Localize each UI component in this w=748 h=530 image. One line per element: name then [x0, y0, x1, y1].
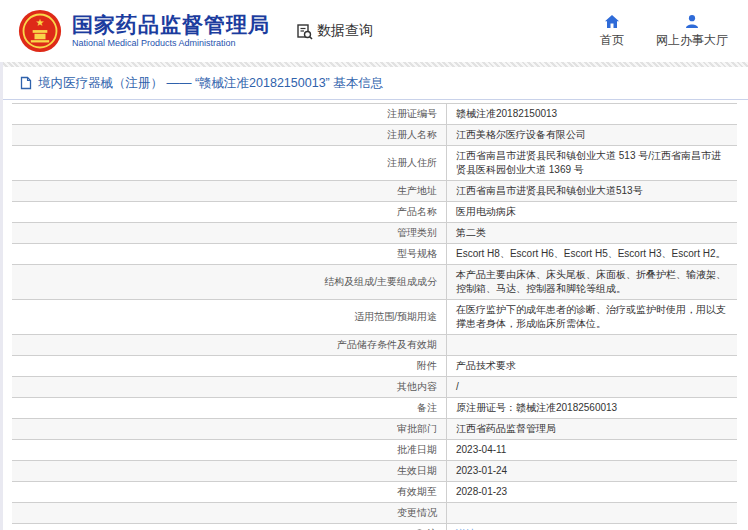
nav-item-service-hall[interactable]: 网上办事大厅 [656, 14, 728, 49]
nav-service-hall-label: 网上办事大厅 [656, 32, 728, 49]
person-icon [684, 14, 700, 29]
site-subtitle: National Medical Products Administration [72, 37, 270, 49]
table-row: 注详情 [12, 524, 737, 530]
data-query-label: 数据查询 [317, 22, 373, 40]
row-value: 赣械注准20182150013 [446, 104, 737, 124]
row-label: 生效日期 [12, 461, 446, 481]
row-value: 2023-04-11 [446, 440, 737, 460]
breadcrumb-text: 境内医疗器械（注册） —— “赣械注准20182150013” 基本信息 [38, 75, 383, 92]
row-value: 详情 [446, 524, 737, 530]
row-value: 产品技术要求 [446, 356, 737, 376]
row-value: 2028-01-23 [446, 482, 737, 502]
nav-home-label: 首页 [600, 32, 624, 49]
document-icon [20, 76, 32, 90]
table-row: 备注原注册证号：赣械注准20182560013 [12, 398, 737, 419]
row-label: 批准日期 [12, 440, 446, 460]
row-value: / [446, 377, 737, 397]
table-row: 其他内容/ [12, 377, 737, 398]
site-header: ★ 国家药品监督管理局 National Medical Products Ad… [0, 0, 748, 62]
row-label: 其他内容 [12, 377, 446, 397]
table-row: 附件产品技术要求 [12, 356, 737, 377]
doc-search-icon [296, 23, 313, 40]
table-row: 型号规格Escort H8、Escort H6、Escort H5、Escort… [12, 244, 737, 265]
row-value: 江西省药品监督管理局 [446, 419, 737, 439]
row-label: 有效期至 [12, 482, 446, 502]
table-row: 批准日期2023-04-11 [12, 440, 737, 461]
row-label: 注册证编号 [12, 104, 446, 124]
row-value: 原注册证号：赣械注准20182560013 [446, 398, 737, 418]
logo-text: 国家药品监督管理局 National Medical Products Admi… [72, 13, 270, 49]
table-row: 产品名称医用电动病床 [12, 202, 737, 223]
row-label: 产品名称 [12, 202, 446, 222]
row-label: 注册人名称 [12, 125, 446, 145]
table-row: 注册证编号赣械注准20182150013 [12, 104, 737, 125]
table-row: 适用范围/预期用途在医疗监护下的成年患者的诊断、治疗或监护时使用，用以支撑患者身… [12, 300, 737, 335]
row-value: 第二类 [446, 223, 737, 243]
row-label: 注册人住所 [12, 146, 446, 180]
row-value: 本产品主要由床体、床头尾板、床面板、折叠护栏、输液架、控制箱、马达、控制器和脚轮… [446, 265, 737, 299]
row-label: 结构及组成/主要组成成分 [12, 265, 446, 299]
row-label: 变更情况 [12, 503, 446, 523]
row-value: 在医疗监护下的成年患者的诊断、治疗或监护时使用，用以支撑患者身体，形成临床所需体… [446, 300, 737, 334]
row-label: 审批部门 [12, 419, 446, 439]
row-value: 医用电动病床 [446, 202, 737, 222]
row-label: 注 [12, 524, 446, 530]
breadcrumb: 境内医疗器械（注册） —— “赣械注准20182150013” 基本信息 [0, 67, 748, 100]
table-row: 生效日期2023-01-24 [12, 461, 737, 482]
row-label: 管理类别 [12, 223, 446, 243]
row-label: 产品储存条件及有效期 [12, 335, 446, 355]
nav-item-home[interactable]: 首页 [600, 14, 624, 49]
table-row: 产品储存条件及有效期 [12, 335, 737, 356]
svg-text:★: ★ [35, 17, 44, 28]
table-row: 变更情况 [12, 503, 737, 524]
home-icon [604, 14, 620, 29]
row-label: 备注 [12, 398, 446, 418]
row-value: 江西美格尔医疗设备有限公司 [446, 125, 737, 145]
row-value [446, 335, 737, 355]
row-value: 2023-01-24 [446, 461, 737, 481]
registration-info-table: 注册证编号赣械注准20182150013注册人名称江西美格尔医疗设备有限公司注册… [12, 103, 737, 530]
table-row: 管理类别第二类 [12, 223, 737, 244]
table-row: 注册人名称江西美格尔医疗设备有限公司 [12, 125, 737, 146]
row-label: 型号规格 [12, 244, 446, 264]
row-value: 江西省南昌市进贤县民和镇创业大道513号 [446, 181, 737, 201]
data-query-nav[interactable]: 数据查询 [296, 22, 373, 40]
table-row: 注册人住所江西省南昌市进贤县民和镇创业大道 513 号/江西省南昌市进贤县医科园… [12, 146, 737, 181]
top-nav: 首页 网上办事大厅 [600, 14, 734, 49]
site-title: 国家药品监督管理局 [72, 13, 270, 37]
left-edge-strip [0, 62, 3, 530]
table-row: 生产地址江西省南昌市进贤县民和镇创业大道513号 [12, 181, 737, 202]
row-value: Escort H8、Escort H6、Escort H5、Escort H3、… [446, 244, 737, 264]
row-label: 附件 [12, 356, 446, 376]
row-label: 适用范围/预期用途 [12, 300, 446, 334]
table-row: 审批部门江西省药品监督管理局 [12, 419, 737, 440]
table-row: 结构及组成/主要组成成分本产品主要由床体、床头尾板、床面板、折叠护栏、输液架、控… [12, 265, 737, 300]
national-emblem-icon: ★ [18, 9, 62, 53]
row-label: 生产地址 [12, 181, 446, 201]
row-value [446, 503, 737, 523]
row-value: 江西省南昌市进贤县民和镇创业大道 513 号/江西省南昌市进贤县医科园创业大道 … [446, 146, 737, 180]
table-row: 有效期至2028-01-23 [12, 482, 737, 503]
